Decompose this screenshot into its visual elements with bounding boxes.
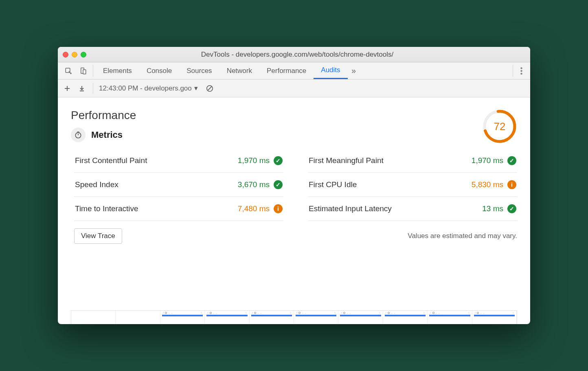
svg-point-4 bbox=[520, 70, 522, 72]
metric-row: First Contentful Paint1,970 ms✓ bbox=[74, 149, 283, 173]
report-selector[interactable]: 12:43:00 PM - developers.goo ▾ bbox=[99, 84, 198, 93]
devtools-tabbar: ElementsConsoleSourcesNetworkPerformance… bbox=[58, 62, 530, 80]
clear-report-icon[interactable] bbox=[204, 85, 215, 92]
filmstrip-frame[interactable]: ≡——⠿ bbox=[472, 311, 517, 324]
filmstrip-frame[interactable]: ≡——⠿ bbox=[250, 311, 294, 324]
zoom-icon[interactable] bbox=[81, 52, 86, 57]
checkmark-icon: ✓ bbox=[274, 180, 283, 189]
inspect-element-icon[interactable] bbox=[61, 62, 76, 79]
divider bbox=[93, 83, 93, 94]
report-heading: Performance bbox=[71, 109, 136, 122]
filmstrip-frame[interactable]: ≡——⠿ bbox=[294, 311, 338, 324]
traffic-lights bbox=[63, 52, 86, 57]
device-toolbar-icon[interactable] bbox=[76, 62, 90, 79]
divider bbox=[513, 65, 513, 77]
tab-elements[interactable]: Elements bbox=[96, 62, 139, 79]
filmstrip-frame[interactable]: ≡——⠿ bbox=[428, 311, 472, 324]
metric-value: 1,970 ms bbox=[238, 156, 270, 165]
svg-point-5 bbox=[520, 73, 522, 75]
metric-label: First Contentful Paint bbox=[75, 156, 147, 165]
metric-value: 13 ms bbox=[482, 204, 503, 213]
metrics-note: Values are estimated and may vary. bbox=[408, 232, 517, 240]
checkmark-icon: ✓ bbox=[507, 204, 516, 213]
tab-sources[interactable]: Sources bbox=[179, 62, 219, 79]
metric-value: 3,670 ms bbox=[238, 180, 270, 189]
metric-label: Estimated Input Latency bbox=[309, 204, 392, 213]
metric-label: First Meaningful Paint bbox=[309, 156, 384, 165]
performance-score-gauge: 72 bbox=[482, 109, 517, 144]
checkmark-icon: ✓ bbox=[274, 156, 283, 165]
metric-row: Estimated Input Latency13 ms✓ bbox=[308, 197, 517, 221]
audits-report: Performance Metrics 72 First C bbox=[58, 97, 530, 324]
report-selector-label: 12:43:00 PM - developers.goo bbox=[99, 84, 192, 93]
svg-point-3 bbox=[520, 67, 522, 69]
filmstrip-frame[interactable] bbox=[116, 311, 160, 324]
metric-value: 1,970 ms bbox=[472, 156, 503, 165]
filmstrip-frame[interactable] bbox=[71, 311, 116, 324]
divider bbox=[93, 65, 93, 77]
metric-label: Speed Index bbox=[75, 180, 118, 189]
close-icon[interactable] bbox=[63, 52, 68, 57]
info-icon: i bbox=[274, 204, 283, 213]
minimize-icon[interactable] bbox=[72, 52, 77, 57]
titlebar: DevTools - developers.google.com/web/too… bbox=[58, 47, 530, 62]
dropdown-arrow-icon: ▾ bbox=[194, 84, 198, 93]
metrics-section-title: Metrics bbox=[91, 130, 123, 140]
svg-rect-2 bbox=[83, 70, 86, 74]
metric-label: First CPU Idle bbox=[309, 180, 357, 189]
download-report-icon[interactable] bbox=[77, 85, 87, 92]
filmstrip-frame[interactable]: ≡——⠿ bbox=[160, 311, 205, 324]
window-title: DevTools - developers.google.com/web/too… bbox=[94, 51, 501, 59]
tab-audits[interactable]: Audits bbox=[314, 62, 347, 79]
metrics-grid: First Contentful Paint1,970 ms✓First Mea… bbox=[71, 149, 517, 221]
metric-row: Time to Interactive7,480 msi bbox=[74, 197, 283, 221]
tab-performance[interactable]: Performance bbox=[259, 62, 314, 79]
filmstrip: ≡——⠿≡——⠿≡——⠿≡——⠿≡——⠿≡——⠿≡——⠿≡——⠿ bbox=[71, 310, 517, 324]
tab-network[interactable]: Network bbox=[219, 62, 259, 79]
filmstrip-frame[interactable]: ≡——⠿ bbox=[338, 311, 383, 324]
metric-row: Speed Index3,670 ms✓ bbox=[74, 173, 283, 197]
metric-label: Time to Interactive bbox=[75, 204, 138, 213]
metric-value: 7,480 ms bbox=[238, 204, 270, 213]
metric-value: 5,830 ms bbox=[472, 180, 503, 189]
new-audit-icon[interactable] bbox=[62, 85, 72, 92]
metric-row: First Meaningful Paint1,970 ms✓ bbox=[308, 149, 517, 173]
stopwatch-icon bbox=[71, 128, 86, 142]
checkmark-icon: ✓ bbox=[507, 156, 516, 165]
settings-menu-icon[interactable] bbox=[516, 62, 527, 79]
metric-row: First CPU Idle5,830 msi bbox=[308, 173, 517, 197]
audits-toolbar: 12:43:00 PM - developers.goo ▾ bbox=[58, 80, 530, 97]
view-trace-button[interactable]: View Trace bbox=[74, 228, 122, 244]
performance-score-value: 72 bbox=[482, 109, 517, 144]
filmstrip-frame[interactable]: ≡——⠿ bbox=[383, 311, 428, 324]
devtools-window: DevTools - developers.google.com/web/too… bbox=[58, 47, 530, 324]
tab-console[interactable]: Console bbox=[139, 62, 179, 79]
filmstrip-frame[interactable]: ≡——⠿ bbox=[205, 311, 249, 324]
info-icon: i bbox=[507, 180, 516, 189]
more-tabs-icon[interactable]: » bbox=[348, 62, 360, 79]
